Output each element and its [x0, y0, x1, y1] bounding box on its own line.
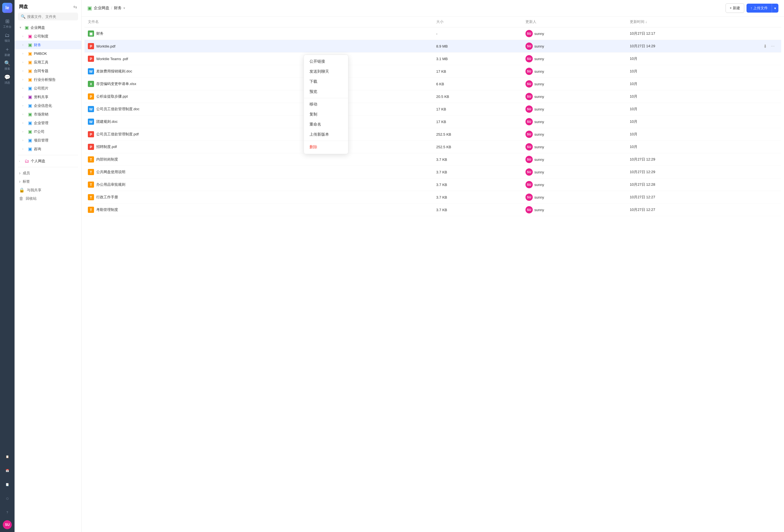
sidebar-item-marketing[interactable]: › ▣ 市场营销 — [15, 110, 81, 119]
table-row[interactable]: T 办公用品审批规则 3.7 KB SU sunny 10月27日 12:28 … — [84, 178, 781, 191]
sidebar-item-pmbok[interactable]: › ▣ PMBOK — [15, 49, 81, 58]
table-row[interactable]: ▣ 财务 - SU sunny 10月27日 12:17 ··· — [84, 27, 781, 40]
table-row[interactable]: T 行政工作手册 3.7 KB SU sunny 10月27日 12:27 ··… — [84, 191, 781, 204]
user-avatar[interactable]: SU — [3, 520, 12, 529]
context-menu-move[interactable]: 移动 — [304, 99, 348, 109]
context-menu-rename[interactable]: 重命名 — [304, 119, 348, 129]
sidebar-search-input[interactable] — [27, 14, 75, 19]
more-action-button[interactable]: ··· — [762, 144, 768, 150]
sidebar-item-shared-with-me[interactable]: 🔒 与我共享 — [15, 186, 81, 195]
sidebar-search[interactable]: 🔍 — [18, 12, 78, 21]
updater-avatar: SU — [526, 194, 533, 201]
sidebar-item-contracts[interactable]: › ▣ 合同专题 — [15, 66, 81, 75]
more-action-button[interactable]: ··· — [770, 43, 776, 49]
more-action-button[interactable]: ··· — [762, 56, 768, 62]
table-row[interactable]: P 公积金提取步骤.ppt 20.5 KB SU sunny 10月 ··· — [84, 90, 781, 103]
user-cell: SU sunny — [526, 156, 623, 163]
sidebar-item-project-mgmt[interactable]: › ▣ 项目管理 — [15, 136, 81, 145]
context-menu-preview[interactable]: 预览 — [304, 87, 348, 97]
nav-cube[interactable]: ⬡ — [1, 492, 13, 505]
breadcrumb-root[interactable]: 企业网盘 — [94, 6, 109, 11]
context-menu-download[interactable]: 下载 — [304, 77, 348, 87]
file-name-cell: ▣ 财务 — [88, 30, 429, 37]
sidebar-item-consulting[interactable]: › ▣ 咨询 — [15, 145, 81, 153]
file-type-icon: T — [88, 181, 94, 188]
nav-new[interactable]: ＋ 新建 — [1, 45, 13, 58]
sidebar-item-industry-report[interactable]: › ▣ 行业分析报告 — [15, 75, 81, 84]
more-action-button[interactable]: ··· — [762, 93, 768, 99]
context-menu-send-chat[interactable]: 发送到聊天 — [304, 66, 348, 77]
sidebar-item-company-rules[interactable]: › ▣ 公司制度 — [15, 32, 81, 40]
sidebar-item-label: 企业网盘 — [30, 25, 78, 30]
sidebar-item-it-company[interactable]: › ▣ IT公司 — [15, 127, 81, 136]
sidebar-item-enterprise-info[interactable]: › ▣ 企业信息化 — [15, 101, 81, 110]
nav-clipboard[interactable]: 📋 — [1, 450, 13, 463]
updater-avatar: SU — [526, 80, 533, 88]
more-action-button[interactable]: ··· — [762, 30, 768, 37]
table-row[interactable]: P Worktile.pdf 8.9 MB SU sunny 10月27日 14… — [84, 40, 781, 53]
folder-icon: ▣ — [28, 103, 32, 108]
message-icon: 💬 — [4, 74, 10, 80]
sidebar-item-company-photos[interactable]: › ▣ 公司照片 — [15, 84, 81, 93]
upload-dropdown-button[interactable]: ▾ — [772, 4, 778, 12]
table-row[interactable]: T 考勤管理制度 3.7 KB SU sunny 10月27日 12:27 ··… — [84, 204, 781, 216]
user-cell: SU sunny — [526, 168, 623, 176]
nav-message[interactable]: 💬 消息 — [1, 73, 13, 86]
table-row[interactable]: P 公司员工借款管理制度.pdf 252.5 KB SU sunny 10月 ·… — [84, 128, 781, 141]
sidebar-item-personal-drive[interactable]: › 🗂 个人网盘 — [15, 157, 81, 165]
sidebar-item-recycle-bin[interactable]: 🗑 回收站 — [15, 195, 81, 203]
chevron-right-icon: › — [22, 147, 26, 150]
nav-workspace[interactable]: ⊞ 工作台 — [1, 17, 13, 30]
more-action-button[interactable]: ··· — [762, 81, 768, 87]
table-row[interactable]: W 公司员工借款管理制度.doc 17 KB SU sunny 10月 ··· — [84, 103, 781, 116]
nav-list[interactable]: 📑 — [1, 478, 13, 491]
sidebar-item-finance[interactable]: › ▣ 财务 — [15, 40, 81, 49]
user-cell: SU sunny — [526, 118, 623, 125]
more-action-button[interactable]: ··· — [762, 207, 768, 213]
sidebar-item-enterprise-drive[interactable]: ▼ ▣ 企业网盘 — [15, 23, 81, 32]
table-row[interactable]: P Worktile Teams .pdf 3.1 MB SU sunny 10… — [84, 53, 781, 65]
more-action-button[interactable]: ··· — [762, 106, 768, 112]
upload-file-button[interactable]: ↑ 上传文件 — [747, 4, 772, 12]
nav-project[interactable]: 🗂 项目 — [1, 31, 13, 43]
sidebar-item-enterprise-mgmt[interactable]: › ▣ 企业管理 — [15, 119, 81, 127]
more-action-button[interactable]: ··· — [762, 156, 768, 162]
context-menu-copy[interactable]: 复制 — [304, 109, 348, 119]
sidebar-collapse-button[interactable]: ⇆ — [73, 4, 77, 9]
more-action-button[interactable]: ··· — [762, 169, 768, 175]
sidebar-item-resource-share[interactable]: › ▣ 资料共享 — [15, 93, 81, 101]
sidebar-item-label: 市场营销 — [34, 112, 78, 117]
col-update-time-header[interactable]: 更新时间 ↓ — [626, 17, 759, 27]
more-action-button[interactable]: ··· — [762, 119, 768, 125]
file-name: 团建规则.doc — [96, 119, 118, 124]
nav-help[interactable]: ? — [1, 506, 13, 519]
table-row[interactable]: W 团建规则.doc 17 KB SU sunny 10月 ··· — [84, 116, 781, 128]
file-name: Worktile Teams .pdf — [96, 57, 128, 61]
sidebar-item-members[interactable]: › 成员 — [15, 169, 81, 177]
more-action-button[interactable]: ··· — [762, 68, 768, 75]
more-action-button[interactable]: ··· — [762, 181, 768, 188]
table-row[interactable]: P 招聘制度.pdf 252.5 KB SU sunny 10月 ··· — [84, 141, 781, 153]
more-action-button[interactable]: ··· — [762, 131, 768, 137]
nav-calendar[interactable]: 📅 — [1, 464, 13, 477]
download-action-button[interactable]: ⬇ — [762, 43, 768, 50]
nav-search[interactable]: 🔍 搜索 — [1, 59, 13, 71]
update-time: 10月27日 12:27 — [626, 204, 759, 216]
table-row[interactable]: W 差旅费用报销规则.doc 17 KB SU sunny 10月 ··· — [84, 65, 781, 78]
app-logo[interactable]: Ie — [2, 3, 12, 13]
breadcrumb-dropdown-icon[interactable]: ▾ — [123, 6, 125, 10]
sidebar-item-tags[interactable]: › 标签 — [15, 177, 81, 186]
context-menu-upload-version[interactable]: 上传新版本 — [304, 129, 348, 140]
breadcrumb: ▣ 企业网盘 / 财务 ▾ — [87, 5, 125, 11]
context-menu-public-link[interactable]: 公开链接 — [304, 57, 348, 66]
table-row[interactable]: T 公共网盘使用说明 3.7 KB SU sunny 10月27日 12:29 … — [84, 166, 781, 178]
table-row[interactable]: X 存货编码变更申请单.xlsx 6 KB SU sunny 10月 ··· — [84, 78, 781, 90]
context-menu-divider-2 — [304, 141, 348, 141]
file-type-icon: W — [88, 68, 94, 75]
new-button[interactable]: + 新建 — [726, 3, 744, 13]
more-action-button[interactable]: ··· — [762, 194, 768, 200]
sidebar-item-app-tools[interactable]: › ▣ 应用工具 — [15, 58, 81, 66]
nav-search-label: 搜索 — [4, 67, 10, 71]
context-menu-delete[interactable]: 删除 — [304, 142, 348, 152]
table-row[interactable]: T 内部转岗制度 3.7 KB SU sunny 10月27日 12:29 ··… — [84, 153, 781, 166]
